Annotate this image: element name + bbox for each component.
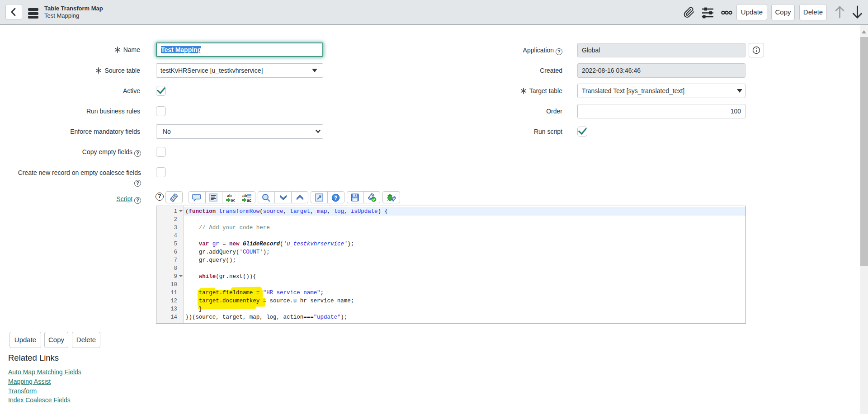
svg-text:ab: ab [227,193,232,198]
svg-text:?: ? [334,195,337,201]
svg-text:ab: ab [242,193,247,198]
svg-text:ac: ac [247,198,251,202]
svg-text:ac: ac [231,198,235,202]
